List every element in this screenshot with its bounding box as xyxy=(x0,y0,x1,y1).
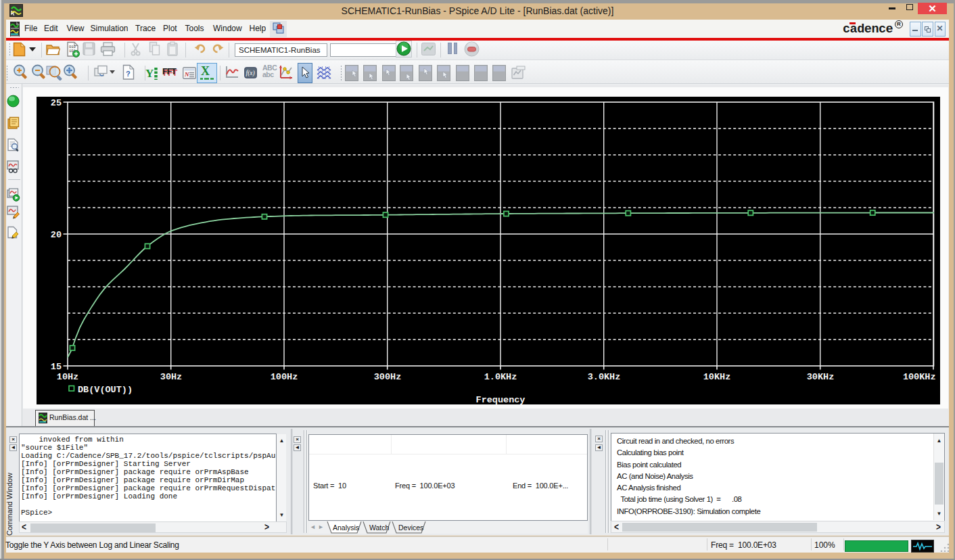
svg-text:Devices: Devices xyxy=(398,523,423,532)
svg-text:10Hz: 10Hz xyxy=(57,372,78,382)
svg-text:DB(V(OUT)): DB(V(OUT)) xyxy=(78,385,133,395)
svg-text:20: 20 xyxy=(51,230,62,240)
svg-text:100Hz: 100Hz xyxy=(271,372,298,382)
svg-text:25: 25 xyxy=(51,98,62,108)
svg-text:X: X xyxy=(201,64,210,78)
svg-text:15: 15 xyxy=(51,362,62,372)
svg-text:Frequency: Frequency xyxy=(476,395,526,404)
svg-text:100KHz: 100KHz xyxy=(903,372,936,382)
svg-text:Analysis: Analysis xyxy=(333,523,359,532)
svg-text:10KHz: 10KHz xyxy=(703,372,731,382)
svg-text:?: ? xyxy=(126,70,131,78)
svg-text:1.0KHz: 1.0KHz xyxy=(484,372,517,382)
svg-text:30Hz: 30Hz xyxy=(160,372,182,382)
svg-text:f(x): f(x) xyxy=(246,70,255,77)
svg-text:3.0KHz: 3.0KHz xyxy=(588,372,621,382)
svg-text:Watch: Watch xyxy=(369,523,390,532)
svg-text:300Hz: 300Hz xyxy=(374,372,402,382)
svg-text:N: N xyxy=(184,71,189,78)
svg-text:30KHz: 30KHz xyxy=(807,372,835,382)
svg-text:Y: Y xyxy=(145,67,154,80)
